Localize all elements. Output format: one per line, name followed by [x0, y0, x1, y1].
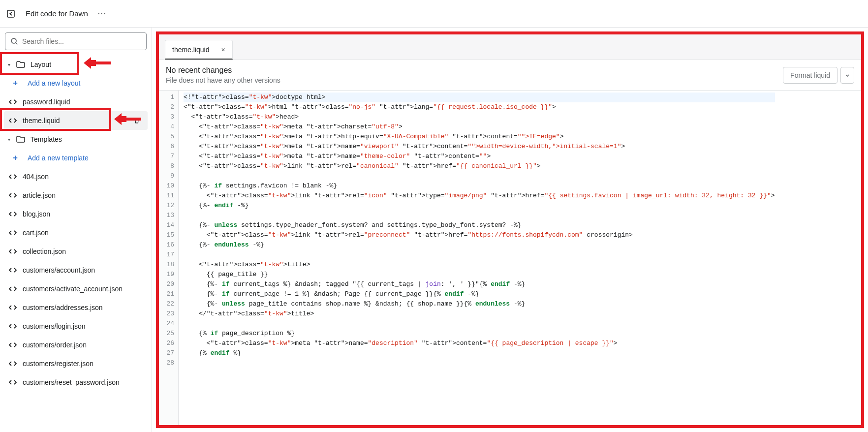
- svg-rect-0: [7, 10, 14, 17]
- chevron-down-icon: ▾: [8, 62, 14, 67]
- folder-templates[interactable]: ▾ Templates: [4, 130, 148, 149]
- file-label: customers/account.json: [23, 266, 95, 274]
- annotation-box-editor: theme.liquid × No recent changes File do…: [156, 31, 864, 428]
- file-tree: ▾ Layout + Add a new layout passwo: [0, 55, 152, 392]
- file-sidebar: ▾ Layout + Add a new layout passwo: [0, 28, 152, 432]
- plus-icon: +: [13, 153, 21, 163]
- file-label: password.liquid: [23, 98, 70, 106]
- file-item[interactable]: customers/register.json: [4, 354, 148, 373]
- file-item[interactable]: password.liquid: [4, 93, 148, 111]
- chevron-down-icon: ▾: [8, 137, 14, 142]
- file-label: theme.liquid: [23, 117, 60, 124]
- delete-file-icon[interactable]: [130, 114, 144, 127]
- code-icon: [8, 172, 18, 182]
- file-item[interactable]: collection.json: [4, 242, 148, 261]
- status-title: No recent changes: [166, 66, 280, 75]
- status-subtitle: File does not have any other versions: [166, 76, 280, 84]
- file-label: customers/reset_password.json: [23, 378, 120, 386]
- folder-label: Templates: [31, 135, 62, 143]
- file-label: blog.json: [23, 210, 50, 218]
- file-item[interactable]: customers/reset_password.json: [4, 373, 148, 392]
- file-item[interactable]: cart.json: [4, 223, 148, 242]
- code-icon: [8, 97, 18, 107]
- file-item[interactable]: 404.json: [4, 167, 148, 186]
- code-editor[interactable]: 1234567891011121314151617181920212223242…: [159, 91, 861, 425]
- code-icon: [8, 190, 18, 200]
- search-input[interactable]: [5, 32, 147, 50]
- format-dropdown-button[interactable]: [840, 67, 854, 84]
- file-item[interactable]: blog.json: [4, 205, 148, 223]
- code-icon: [8, 265, 18, 275]
- close-tab-icon[interactable]: ×: [221, 46, 225, 54]
- folder-icon: [16, 134, 26, 144]
- file-label: collection.json: [23, 247, 66, 255]
- code-icon: [8, 228, 18, 238]
- file-item[interactable]: customers/addresses.json: [4, 298, 148, 317]
- file-label: customers/order.json: [23, 341, 87, 349]
- format-liquid-button[interactable]: Format liquid: [783, 67, 837, 84]
- file-label: customers/addresses.json: [23, 304, 103, 311]
- add-template-label: Add a new template: [28, 154, 89, 162]
- add-layout-button[interactable]: + Add a new layout: [4, 74, 148, 93]
- code-icon: [8, 321, 18, 331]
- more-menu-icon[interactable]: ···: [98, 10, 107, 18]
- plus-icon: +: [13, 78, 21, 88]
- file-item-selected[interactable]: theme.liquid: [4, 111, 148, 130]
- code-icon: [8, 340, 18, 350]
- code-content[interactable]: <!"t-attr">class="t-kw">doctype html><"t…: [179, 91, 775, 425]
- search-icon: [10, 37, 19, 46]
- page-title: Edit code for Dawn: [26, 9, 88, 18]
- editor-pane: theme.liquid × No recent changes File do…: [152, 28, 868, 432]
- file-item[interactable]: article.json: [4, 186, 148, 205]
- tab-label: theme.liquid: [172, 46, 210, 54]
- file-item[interactable]: customers/login.json: [4, 317, 148, 336]
- file-label: customers/login.json: [23, 322, 86, 330]
- code-icon: [8, 247, 18, 256]
- svg-point-1: [11, 38, 16, 43]
- file-label: 404.json: [23, 173, 49, 181]
- folder-layout[interactable]: ▾ Layout: [4, 55, 148, 74]
- file-item[interactable]: customers/order.json: [4, 336, 148, 354]
- code-icon: [8, 359, 18, 369]
- code-icon: [8, 284, 18, 294]
- folder-icon: [16, 60, 26, 69]
- file-label: article.json: [23, 191, 56, 199]
- code-icon: [8, 209, 18, 219]
- file-label: cart.json: [23, 229, 49, 237]
- editor-status-bar: No recent changes File does not have any…: [159, 60, 861, 91]
- code-icon: [8, 303, 18, 312]
- editor-tab[interactable]: theme.liquid ×: [165, 40, 233, 60]
- add-layout-label: Add a new layout: [28, 79, 80, 87]
- file-item[interactable]: customers/activate_account.json: [4, 279, 148, 298]
- topbar: Edit code for Dawn ···: [0, 0, 868, 28]
- code-icon: [8, 377, 18, 387]
- file-item[interactable]: customers/account.json: [4, 261, 148, 279]
- exit-icon[interactable]: [6, 9, 16, 19]
- add-template-button[interactable]: + Add a new template: [4, 149, 148, 167]
- file-label: customers/activate_account.json: [23, 285, 123, 293]
- file-label: customers/register.json: [23, 360, 93, 368]
- editor-tabs: theme.liquid ×: [159, 34, 861, 60]
- code-icon: [8, 116, 18, 125]
- folder-label: Layout: [31, 61, 51, 68]
- line-gutter: 1234567891011121314151617181920212223242…: [159, 91, 179, 425]
